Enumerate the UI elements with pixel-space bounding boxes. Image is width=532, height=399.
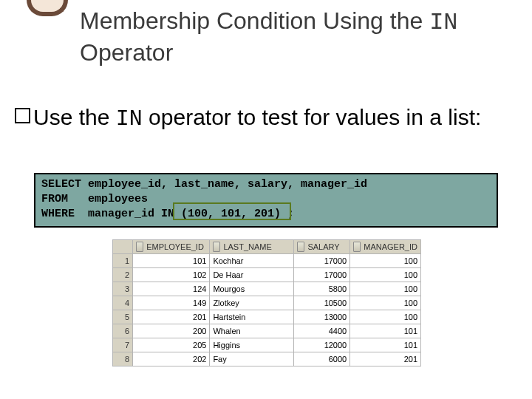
slide-title: Membership Condition Using the IN Operat…: [80, 6, 526, 67]
cell-sal: 6000: [294, 352, 350, 366]
cell-mgr: 100: [350, 268, 421, 282]
column-grip-icon: [297, 242, 304, 252]
cell-sal: 17000: [294, 268, 350, 282]
cell-rownum: 7: [113, 338, 133, 352]
table-row: 1101Kochhar17000100: [113, 254, 421, 268]
column-grip-icon: [213, 242, 220, 252]
cell-last: Hartstein: [210, 310, 294, 324]
cell-last: Whalen: [210, 324, 294, 338]
results-table: EMPLOYEE_ID LAST_NAME SALARY MANAGER_ID …: [112, 239, 421, 366]
col-manager-id-label: MANAGER_ID: [364, 242, 417, 251]
results-body: 1101Kochhar17000100 2102De Haar17000100 …: [113, 254, 421, 366]
table-row: 5201Hartstein13000100: [113, 310, 421, 324]
col-employee-id: EMPLOYEE_ID: [133, 240, 210, 254]
cell-rownum: 8: [113, 352, 133, 366]
col-employee-id-label: EMPLOYEE_ID: [146, 242, 204, 251]
cell-last: Higgins: [210, 338, 294, 352]
bullet-code: IN: [116, 106, 143, 132]
cell-emp: 101: [133, 254, 210, 268]
cell-rownum: 2: [113, 268, 133, 282]
cell-mgr: 100: [350, 282, 421, 296]
cell-emp: 205: [133, 338, 210, 352]
cell-rownum: 3: [113, 282, 133, 296]
cell-sal: 10500: [294, 296, 350, 310]
cell-mgr: 201: [350, 352, 421, 366]
col-rownum: [113, 240, 133, 254]
col-last-name-label: LAST_NAME: [223, 242, 271, 251]
cell-sal: 12000: [294, 338, 350, 352]
table-header-row: EMPLOYEE_ID LAST_NAME SALARY MANAGER_ID: [113, 240, 421, 254]
bullet-pre: Use the: [33, 105, 116, 129]
cell-rownum: 6: [113, 324, 133, 338]
cell-last: Mourgos: [210, 282, 294, 296]
column-grip-icon: [136, 242, 143, 252]
table-row: 3124Mourgos5800100: [113, 282, 421, 296]
cell-emp: 124: [133, 282, 210, 296]
cell-last: Kochhar: [210, 254, 294, 268]
title-code: IN: [429, 9, 457, 36]
bullet-line: Use the IN operator to test for values i…: [15, 103, 517, 133]
table-row: 6200Whalen4400101: [113, 324, 421, 338]
table-row: 7205Higgins12000101: [113, 338, 421, 352]
cell-emp: 102: [133, 268, 210, 282]
bullet-box-icon: [15, 108, 30, 123]
sql-line-1: SELECT employee_id, last_name, salary, m…: [41, 178, 367, 191]
cell-sal: 17000: [294, 254, 350, 268]
cell-rownum: 5: [113, 310, 133, 324]
cell-mgr: 101: [350, 338, 421, 352]
slide-decoration: [27, 0, 68, 16]
column-grip-icon: [353, 242, 361, 252]
title-text-pre: Membership Condition Using the: [80, 7, 429, 34]
title-text-post2: Operator: [80, 39, 173, 66]
cell-last: Zlotkey: [210, 296, 294, 310]
cell-mgr: 100: [350, 310, 421, 324]
table-row: 8202Fay6000201: [113, 352, 421, 366]
highlight-in-clause: [173, 202, 291, 220]
cell-sal: 13000: [294, 310, 350, 324]
cell-rownum: 4: [113, 296, 133, 310]
cell-emp: 200: [133, 324, 210, 338]
cell-last: De Haar: [210, 268, 294, 282]
col-last-name: LAST_NAME: [210, 240, 294, 254]
cell-last: Fay: [210, 352, 294, 366]
cell-mgr: 101: [350, 324, 421, 338]
table-row: 2102De Haar17000100: [113, 268, 421, 282]
sql-line-2: FROM employees: [41, 193, 148, 205]
table-row: 4149Zlotkey10500100: [113, 296, 421, 310]
cell-rownum: 1: [113, 254, 133, 268]
cell-sal: 5800: [294, 282, 350, 296]
col-salary-label: SALARY: [307, 242, 339, 251]
cell-emp: 149: [133, 296, 210, 310]
cell-sal: 4400: [294, 324, 350, 338]
cell-emp: 201: [133, 310, 210, 324]
cell-mgr: 100: [350, 254, 421, 268]
cell-emp: 202: [133, 352, 210, 366]
bullet-post: operator to test for values in a list:: [143, 105, 482, 129]
col-manager-id: MANAGER_ID: [350, 240, 421, 254]
cell-mgr: 100: [350, 296, 421, 310]
col-salary: SALARY: [294, 240, 350, 254]
